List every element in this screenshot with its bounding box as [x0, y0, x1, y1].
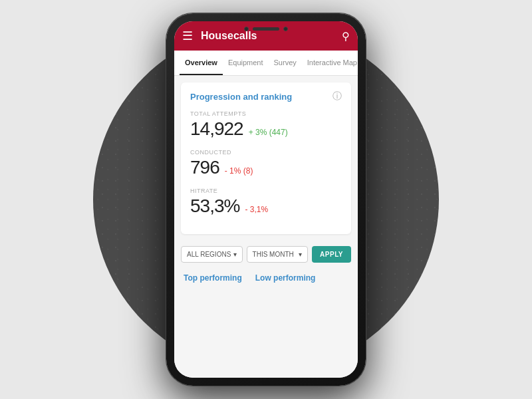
stat-number-conducted: 796 [190, 157, 219, 178]
phone-screen: ☰ Housecalls ⚲ Overview Equipment Survey… [174, 21, 358, 378]
tab-navigation: Overview Equipment Survey Interactive Ma… [174, 51, 358, 76]
stat-change-attempts: + 3% (447) [249, 128, 288, 137]
region-select[interactable]: ALL REGIONS ▾ [181, 246, 243, 263]
stat-value-attempts: 14,922 + 3% (447) [190, 118, 342, 140]
stat-label-attempts: TOTAL ATTEMPTS [190, 110, 342, 117]
stat-hitrate: HITRATE 53,3% - 3,1% [190, 188, 342, 217]
phone-camera-2 [283, 27, 288, 31]
tab-overview[interactable]: Overview [180, 51, 223, 75]
month-label: THIS MONTH [253, 251, 294, 258]
region-chevron-icon: ▾ [233, 251, 237, 258]
bottom-labels: Top performing Low performing [174, 268, 358, 288]
top-bar: ☰ Housecalls ⚲ [174, 21, 358, 51]
stat-label-hitrate: HITRATE [190, 188, 342, 194]
app-title: Housecalls [201, 30, 342, 42]
card-header: Progression and ranking ⓘ [190, 90, 342, 102]
stat-value-conducted: 796 - 1% (8) [190, 157, 342, 178]
hamburger-icon[interactable]: ☰ [182, 29, 193, 43]
phone-frame: ☰ Housecalls ⚲ Overview Equipment Survey… [166, 13, 366, 386]
stat-number-hitrate: 53,3% [190, 196, 239, 217]
main-content: Progression and ranking ⓘ TOTAL ATTEMPTS… [174, 76, 358, 378]
card-title: Progression and ranking [190, 92, 292, 102]
stat-label-conducted: CONDUCTED [190, 149, 342, 156]
tab-interactive-map[interactable]: Interactive Map [302, 51, 358, 75]
search-icon[interactable]: ⚲ [342, 30, 350, 43]
info-icon[interactable]: ⓘ [332, 90, 342, 102]
stat-value-hitrate: 53,3% - 3,1% [190, 196, 342, 217]
phone-camera [244, 27, 249, 31]
stat-change-conducted: - 1% (8) [225, 166, 253, 176]
phone-speaker [253, 27, 279, 31]
low-performing-label: Low performing [255, 273, 316, 283]
month-select[interactable]: THIS MONTH ▾ [247, 246, 309, 263]
top-performing-label: Top performing [184, 273, 242, 283]
month-chevron-icon: ▾ [299, 251, 302, 258]
stat-change-hitrate: - 3,1% [245, 205, 268, 214]
tab-equipment[interactable]: Equipment [223, 51, 269, 75]
phone-notch [244, 27, 288, 31]
stat-total-attempts: TOTAL ATTEMPTS 14,922 + 3% (447) [190, 110, 342, 140]
progression-card: Progression and ranking ⓘ TOTAL ATTEMPTS… [181, 82, 351, 234]
stat-number-attempts: 14,922 [190, 118, 243, 140]
filter-row: ALL REGIONS ▾ THIS MONTH ▾ APPLY [174, 241, 358, 268]
region-label: ALL REGIONS [187, 251, 231, 258]
tab-survey[interactable]: Survey [269, 51, 302, 75]
phone-device: ☰ Housecalls ⚲ Overview Equipment Survey… [166, 13, 366, 386]
apply-button[interactable]: APPLY [312, 246, 351, 263]
stat-conducted: CONDUCTED 796 - 1% (8) [190, 149, 342, 178]
